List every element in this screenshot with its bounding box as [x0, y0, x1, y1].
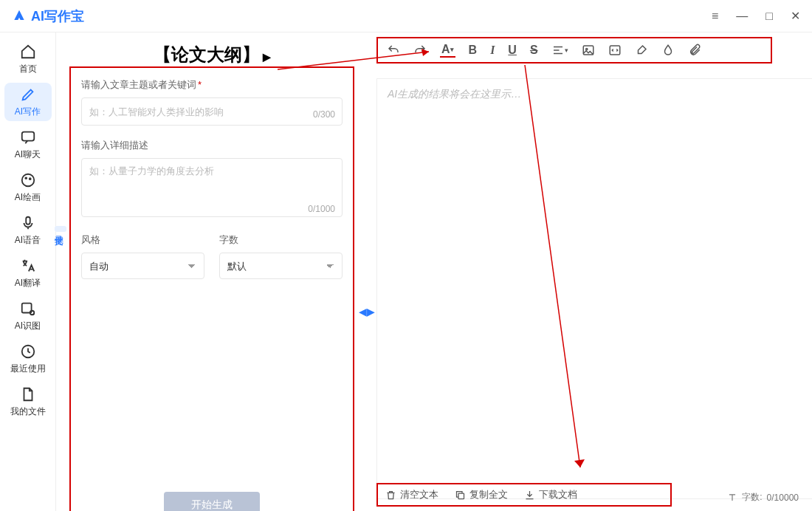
sidebar-item-translate[interactable]: AI翻译: [4, 254, 52, 292]
undo-icon[interactable]: [387, 44, 400, 57]
clear-text-button[interactable]: 清空文本: [385, 488, 438, 501]
resize-handle[interactable]: ◀▶: [359, 306, 375, 318]
image-search-icon: [20, 301, 36, 317]
topic-label: 请输入文章主题或者关键词*: [81, 78, 343, 92]
sidebar-item-voice[interactable]: AI语音: [4, 211, 52, 250]
redo-icon[interactable]: [413, 44, 427, 57]
page-title[interactable]: 【论文大纲】▶: [69, 43, 354, 66]
strike-icon[interactable]: S: [530, 44, 538, 57]
file-icon: [20, 386, 36, 402]
svg-point-3: [29, 178, 30, 179]
sidebar-item-label: AI语音: [15, 234, 41, 247]
app-name: AI写作宝: [31, 7, 84, 25]
desc-counter: 0/1000: [308, 204, 335, 214]
close-button[interactable]: ✕: [791, 9, 800, 23]
sidebar-item-vision[interactable]: AI识图: [4, 297, 52, 335]
hamburger-icon[interactable]: ≡: [712, 10, 718, 23]
svg-point-2: [25, 177, 27, 179]
copy-icon: [455, 490, 466, 501]
sidebar-item-label: AI识图: [15, 320, 41, 332]
chat-icon: [20, 129, 36, 145]
download-doc-button[interactable]: 下载文档: [524, 488, 577, 501]
attach-icon[interactable]: [688, 44, 701, 57]
logo-icon: [12, 9, 27, 24]
sidebar: 首页 AI写作 AI聊天 AI绘画 AI语音 AI翻译 AI识图 最近使用: [0, 32, 56, 511]
count-label: 字数: [219, 233, 343, 247]
home-icon: [20, 44, 36, 60]
editor-area[interactable]: AI生成的结果将会在这里示…: [376, 78, 812, 499]
generate-button[interactable]: 开始生成: [164, 492, 260, 511]
svg-point-1: [21, 174, 34, 186]
translate-icon: [20, 258, 36, 274]
editor-placeholder: AI生成的结果将会在这里示…: [388, 88, 812, 101]
sidebar-item-chat[interactable]: AI聊天: [4, 126, 52, 164]
font-color-icon[interactable]: A▾: [440, 43, 455, 58]
svg-rect-4: [26, 216, 30, 224]
maximize-button[interactable]: □: [765, 10, 773, 23]
copy-all-button[interactable]: 复制全文: [455, 488, 508, 501]
titlebar: AI写作宝 ≡ — □ ✕: [0, 0, 812, 32]
sidebar-item-files[interactable]: 我的文件: [4, 383, 52, 421]
sidebar-item-label: 最近使用: [10, 363, 46, 375]
image-icon[interactable]: [582, 44, 595, 57]
clock-icon: [20, 343, 36, 360]
style-label: 风格: [81, 233, 204, 247]
edit-icon: [20, 86, 36, 103]
text-icon: [727, 493, 737, 503]
sidebar-item-home[interactable]: 首页: [4, 40, 52, 78]
sidebar-item-label: AI写作: [15, 106, 41, 118]
italic-icon[interactable]: I: [490, 44, 495, 57]
align-icon[interactable]: ▾: [551, 44, 568, 57]
content: 【论文大纲】▶ 文件记录 请输入文章主题或者关键词* 0/300 请输入详细描述…: [56, 32, 812, 511]
window-controls: ≡ — □ ✕: [712, 9, 800, 23]
word-count: 字数: 0/10000: [727, 491, 799, 504]
sidebar-item-recent[interactable]: 最近使用: [4, 340, 52, 378]
minimize-button[interactable]: —: [736, 10, 748, 23]
topic-counter: 0/300: [313, 109, 335, 120]
app-logo: AI写作宝: [12, 7, 84, 25]
sidebar-item-label: AI翻译: [15, 277, 41, 289]
sidebar-item-label: AI绘画: [15, 191, 41, 204]
chevron-right-icon: ▶: [263, 51, 271, 63]
mic-icon: [20, 215, 36, 231]
sidebar-item-label: 我的文件: [10, 405, 46, 418]
desc-label: 请输入详细描述: [81, 139, 343, 152]
sidebar-item-write[interactable]: AI写作: [4, 83, 52, 121]
underline-icon[interactable]: U: [508, 44, 517, 57]
editor-footer-actions: 清空文本 复制全文 下载文档: [376, 483, 672, 507]
side-tab-history[interactable]: 文件记录: [55, 226, 66, 232]
droplet-icon[interactable]: [661, 44, 675, 57]
svg-rect-0: [21, 131, 34, 140]
code-icon[interactable]: [608, 44, 622, 57]
download-icon: [524, 490, 535, 501]
bold-icon[interactable]: B: [469, 44, 478, 57]
desc-textarea[interactable]: [81, 158, 343, 217]
count-select[interactable]: 默认: [219, 253, 343, 279]
trash-icon: [385, 490, 396, 501]
sidebar-item-label: 首页: [19, 63, 37, 75]
topic-input[interactable]: [81, 97, 343, 126]
brush-icon[interactable]: [635, 44, 648, 57]
form-panel: 请输入文章主题或者关键词* 0/300 请输入详细描述 0/1000 风格 自动…: [69, 66, 354, 511]
editor-toolbar: A▾ B I U S ▾: [376, 37, 772, 64]
palette-icon: [20, 172, 36, 188]
svg-point-9: [585, 48, 587, 49]
svg-rect-11: [458, 493, 464, 499]
style-select[interactable]: 自动: [81, 253, 204, 279]
sidebar-item-label: AI聊天: [15, 148, 41, 161]
main: 首页 AI写作 AI聊天 AI绘画 AI语音 AI翻译 AI识图 最近使用: [0, 32, 812, 511]
sidebar-item-draw[interactable]: AI绘画: [4, 168, 52, 207]
